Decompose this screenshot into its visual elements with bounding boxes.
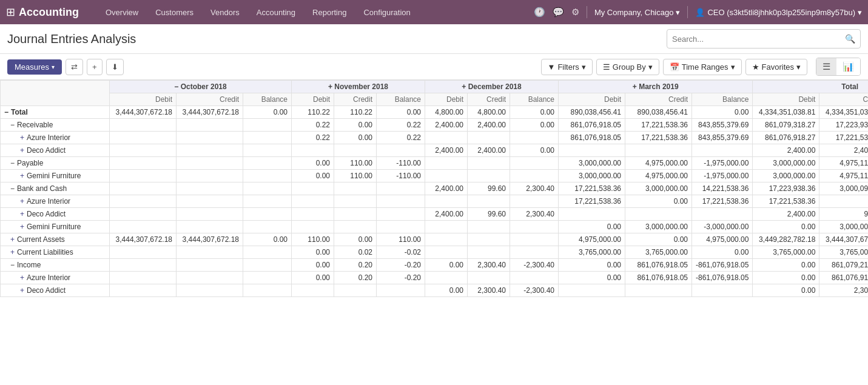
cell (510, 233, 559, 246)
period-nov-header[interactable]: + November 2018 (292, 81, 425, 93)
cell: 3,444,307,672.18 (819, 233, 868, 246)
filters-button[interactable]: ▼ Filters ▾ (541, 59, 593, 75)
cell (334, 221, 377, 233)
menu-vendors[interactable]: Vendors (202, 0, 248, 24)
period-dec-header[interactable]: + December 2018 (425, 81, 559, 93)
row-label[interactable]: +Azure Interior (1, 272, 110, 284)
cell: 2,300.40 (510, 182, 559, 195)
row-label[interactable]: +Gemini Furniture (1, 170, 110, 182)
expand-icon[interactable]: + (20, 223, 24, 231)
cell: 110.22 (292, 106, 334, 119)
filter-adjust-button[interactable]: ⇄ (66, 59, 83, 75)
cell: 0.22 (292, 132, 334, 144)
time-ranges-button[interactable]: 📅 Time Ranges ▾ (663, 59, 742, 75)
cell (468, 132, 510, 144)
user-menu[interactable]: 👤 CEO (s3kt5tli8jhhk0p3lp255inp9m8y57bu)… (695, 8, 862, 17)
chart-view-button[interactable]: 📊 (836, 58, 860, 75)
table-row: +Deco Addict 0.002,300.40-2,300.40 0.002… (1, 284, 869, 297)
dec-debit-header: Debit (425, 93, 468, 106)
row-label[interactable]: +Current Liabilities (1, 246, 110, 259)
row-label[interactable]: +Azure Interior (1, 195, 110, 208)
cell (292, 221, 334, 233)
collapse-icon[interactable]: − (10, 261, 15, 269)
row-label[interactable]: −Total (1, 106, 110, 119)
row-label[interactable]: +Deco Addict (1, 144, 110, 157)
collapse-icon[interactable]: − (10, 121, 15, 129)
cell: 3,000,000.00 (753, 170, 819, 182)
cell (110, 221, 177, 233)
company-selector[interactable]: My Company, Chicago ▾ (594, 8, 681, 17)
expand-icon[interactable]: + (20, 133, 24, 142)
expand-icon[interactable]: + (20, 146, 24, 155)
collapse-icon[interactable]: − (4, 108, 8, 116)
expand-icon[interactable]: + (10, 235, 15, 244)
measures-button[interactable]: Measures (7, 59, 62, 75)
filter-icon: ▼ (548, 62, 556, 72)
cell (468, 157, 510, 170)
cell: 890,038,456.41 (625, 106, 692, 119)
cell: 2,400.00 (425, 119, 468, 132)
cell (692, 284, 753, 297)
oct-balance-header: Balance (243, 93, 292, 106)
table-view-button[interactable]: ☰ (816, 58, 836, 75)
total-header: Total (753, 81, 868, 93)
settings-icon[interactable]: ⚙ (571, 7, 579, 18)
row-label[interactable]: −Bank and Cash (1, 182, 110, 195)
row-label[interactable]: −Payable (1, 157, 110, 170)
cell (692, 208, 753, 221)
row-label[interactable]: +Azure Interior (1, 132, 110, 144)
period-mar-header[interactable]: + March 2019 (559, 81, 753, 93)
expand-icon[interactable]: + (20, 273, 24, 282)
cell: 3,765,000.00 (625, 246, 692, 259)
menu-customers[interactable]: Customers (147, 0, 202, 24)
cell: 861,079,318.27 (753, 119, 819, 132)
row-label[interactable]: +Current Assets (1, 233, 110, 246)
expand-icon[interactable]: + (20, 210, 24, 218)
expand-icon[interactable]: + (20, 286, 24, 295)
app-logo[interactable]: ⊞ Accounting (6, 5, 91, 19)
cell (425, 195, 468, 208)
cell: 4,800.00 (468, 106, 510, 119)
favorites-button[interactable]: ★ Favorites ▾ (745, 59, 807, 75)
cell: -0.02 (377, 246, 425, 259)
expand-icon[interactable]: + (20, 172, 24, 180)
period-oct-header[interactable]: − October 2018 (110, 81, 292, 93)
row-label[interactable]: +Deco Addict (1, 284, 110, 297)
table-row: +Current Liabilities 0.000.02-0.02 3,765… (1, 246, 869, 259)
download-button[interactable]: ⬇ (106, 59, 124, 75)
cell: 0.00 (510, 106, 559, 119)
row-label[interactable]: +Gemini Furniture (1, 221, 110, 233)
menu-reporting[interactable]: Reporting (304, 0, 355, 24)
cell: 0.00 (559, 259, 625, 272)
group-by-button[interactable]: ☰ Group By ▾ (596, 59, 659, 75)
row-label[interactable]: +Deco Addict (1, 208, 110, 221)
expand-mar-icon: + (633, 82, 637, 91)
search-box[interactable]: 🔍 (667, 29, 861, 49)
cell (177, 144, 243, 157)
cell (177, 259, 243, 272)
cell (243, 284, 292, 297)
chat-icon[interactable]: 💬 (553, 7, 564, 18)
search-input[interactable] (672, 35, 845, 44)
row-label[interactable]: −Income (1, 259, 110, 272)
cell: 3,000,000.00 (559, 170, 625, 182)
row-label[interactable]: −Receivable (1, 119, 110, 132)
group-by-label: Group By (613, 62, 646, 72)
cell (243, 246, 292, 259)
add-button[interactable]: + (87, 59, 103, 75)
expand-nov-icon: + (328, 82, 332, 91)
expand-icon[interactable]: + (10, 248, 15, 256)
cell: 861,076,918.25 (819, 272, 868, 284)
collapse-icon[interactable]: − (10, 184, 15, 193)
expand-icon[interactable]: + (20, 197, 24, 206)
cell: 2,300.40 (468, 284, 510, 297)
menu-configuration[interactable]: Configuration (355, 0, 419, 24)
menu-accounting[interactable]: Accounting (248, 0, 304, 24)
cell (425, 157, 468, 170)
collapse-icon[interactable]: − (10, 159, 15, 167)
cell (559, 284, 625, 297)
cell (377, 195, 425, 208)
cell: 0.20 (334, 259, 377, 272)
menu-overview[interactable]: Overview (97, 0, 147, 24)
clock-icon[interactable]: 🕐 (534, 7, 545, 18)
